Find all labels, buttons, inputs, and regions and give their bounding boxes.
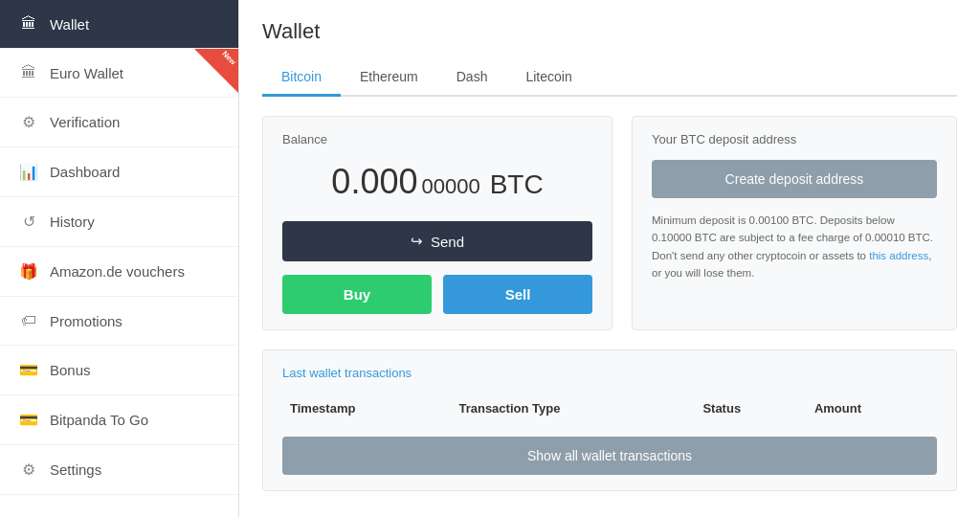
sidebar-item-label: Bitpanda To Go	[50, 412, 148, 428]
sidebar-item-euro-wallet[interactable]: 🏛 Euro Wallet New	[0, 49, 238, 98]
balance-deposit-row: Balance 0.00000000 BTC ↪ Send Buy Sell Y…	[262, 116, 957, 330]
sidebar-item-history[interactable]: ↺ History	[0, 197, 238, 247]
balance-decimal-digits: 00000	[421, 174, 479, 199]
sell-button[interactable]: Sell	[443, 275, 592, 314]
col-status: Status	[695, 395, 807, 421]
buy-sell-row: Buy Sell	[282, 275, 592, 314]
col-timestamp: Timestamp	[282, 395, 451, 421]
balance-main-digits: 0.000	[331, 162, 417, 202]
sidebar-item-label: History	[50, 214, 95, 230]
bonus-icon: 💳	[19, 361, 38, 379]
col-transaction-type: Transaction Type	[451, 395, 695, 421]
sidebar-item-label: Bonus	[50, 362, 91, 378]
sidebar-item-bitpanda-to-go[interactable]: 💳 Bitpanda To Go	[0, 395, 238, 445]
balance-label: Balance	[282, 132, 592, 146]
col-amount: Amount	[807, 395, 937, 421]
sidebar-item-bonus[interactable]: 💳 Bonus	[0, 346, 238, 395]
transactions-title: Last wallet transactions	[282, 366, 937, 380]
settings-icon: ⚙	[19, 461, 38, 479]
tab-dash[interactable]: Dash	[437, 59, 507, 97]
sidebar-item-wallet[interactable]: 🏛 Wallet	[0, 0, 238, 49]
balance-card: Balance 0.00000000 BTC ↪ Send Buy Sell	[262, 116, 612, 330]
deposit-info-link[interactable]: this address	[869, 250, 928, 261]
sidebar-item-settings[interactable]: ⚙ Settings	[0, 445, 238, 495]
balance-amount: 0.00000000 BTC	[282, 162, 592, 202]
new-badge-container: New	[190, 49, 238, 97]
history-icon: ↺	[19, 213, 38, 231]
deposit-info-text: Minimum deposit is 0.00100 BTC. Deposits…	[652, 212, 937, 282]
sidebar-item-promotions[interactable]: 🏷 Promotions	[0, 297, 238, 346]
transactions-section: Last wallet transactions Timestamp Trans…	[262, 349, 957, 491]
tab-ethereum[interactable]: Ethereum	[341, 59, 437, 97]
sidebar-item-label: Wallet	[50, 16, 89, 33]
sidebar-item-label: Amazon.de vouchers	[50, 263, 185, 280]
currency-tabs: Bitcoin Ethereum Dash Litecoin	[262, 59, 957, 97]
deposit-title: Your BTC deposit address	[652, 132, 937, 146]
wallet-icon: 🏛	[19, 15, 38, 33]
sidebar-item-verification[interactable]: ⚙ Verification	[0, 98, 238, 147]
transactions-table: Timestamp Transaction Type Status Amount	[282, 395, 937, 421]
balance-currency: BTC	[490, 169, 544, 200]
create-deposit-button[interactable]: Create deposit address	[652, 160, 937, 198]
tab-bitcoin[interactable]: Bitcoin	[262, 59, 341, 97]
send-icon: ↪	[411, 233, 423, 250]
send-label: Send	[431, 234, 464, 250]
sidebar: 🏛 Wallet 🏛 Euro Wallet New ⚙ Verificatio…	[0, 0, 239, 517]
sidebar-item-label: Promotions	[50, 313, 122, 329]
buy-button[interactable]: Buy	[282, 275, 432, 314]
deposit-card: Your BTC deposit address Create deposit …	[632, 116, 957, 330]
show-all-transactions-button[interactable]: Show all wallet transactions	[282, 437, 937, 475]
promotions-icon: 🏷	[19, 312, 38, 329]
sidebar-item-amazon-vouchers[interactable]: 🎁 Amazon.de vouchers	[0, 247, 238, 297]
sidebar-item-dashboard[interactable]: 📊 Dashboard	[0, 147, 238, 197]
page-title: Wallet	[262, 19, 957, 44]
sidebar-item-label: Verification	[50, 114, 120, 130]
main-content: Wallet Bitcoin Ethereum Dash Litecoin Ba…	[239, 0, 980, 517]
tab-litecoin[interactable]: Litecoin	[506, 59, 590, 97]
euro-wallet-icon: 🏛	[19, 64, 38, 81]
send-button[interactable]: ↪ Send	[282, 221, 592, 261]
sidebar-item-label: Euro Wallet	[50, 65, 123, 81]
verification-icon: ⚙	[19, 113, 38, 131]
bitpanda-icon: 💳	[19, 411, 38, 429]
voucher-icon: 🎁	[19, 262, 38, 281]
sidebar-item-label: Dashboard	[50, 164, 120, 180]
sidebar-item-label: Settings	[50, 461, 101, 478]
dashboard-icon: 📊	[19, 163, 38, 181]
